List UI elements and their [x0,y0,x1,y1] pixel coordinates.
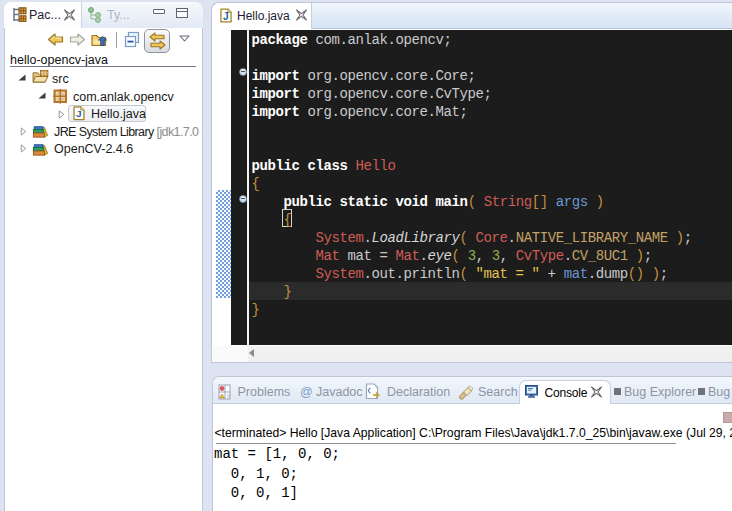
svg-text:J: J [76,108,82,119]
svg-text:J: J [223,11,229,22]
